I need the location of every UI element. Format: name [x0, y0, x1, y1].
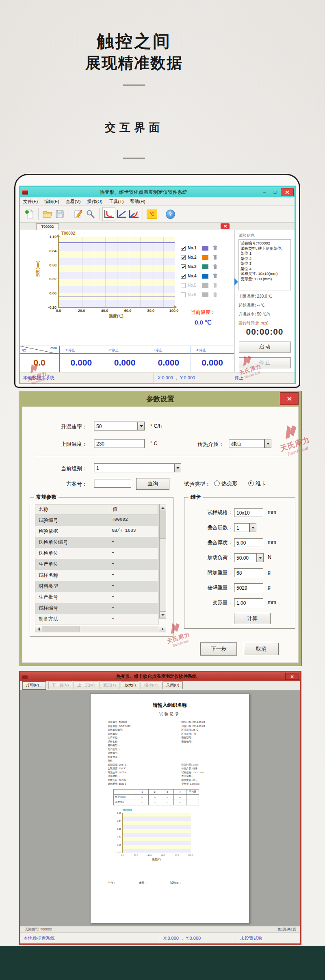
trash-icon[interactable] [213, 273, 217, 279]
start-button[interactable]: 启 动 [239, 342, 291, 353]
signature-label: 主任： [108, 881, 116, 885]
test-type-vicat-option[interactable]: 维卡 [248, 480, 266, 487]
chevron-down-icon[interactable] [264, 439, 271, 448]
query-button[interactable]: 查询 [136, 478, 169, 490]
scroll-left-icon[interactable] [35, 626, 42, 632]
limit-temp-input[interactable]: 230 [94, 439, 145, 448]
line-curve-view-button[interactable] [115, 208, 128, 221]
save-button[interactable] [54, 208, 66, 221]
close-button[interactable] [285, 673, 299, 680]
heat-rate-input[interactable]: 50 [94, 422, 138, 431]
result-cell: 形变(mm) [114, 794, 136, 800]
channel-6-checkbox[interactable] [181, 292, 186, 297]
group-select[interactable]: 1 [94, 463, 174, 472]
report-title: 试验记录 [91, 712, 249, 717]
hero-title-line2: 展现精准数据 [0, 53, 268, 74]
y-axis-arrow [56, 234, 60, 237]
report-field-left: 试样编号: - [108, 751, 181, 755]
table-row[interactable]: 材料类型 – [35, 581, 158, 592]
chevron-down-icon[interactable] [257, 553, 264, 562]
table-row[interactable]: 试样编号 – [35, 603, 158, 614]
close-preview-button[interactable]: 关闭(C) [162, 681, 183, 689]
menu-view[interactable]: 查看(V) [66, 199, 81, 205]
zoom-in-button[interactable]: 放大(I) [121, 681, 139, 689]
table-row[interactable]: 制备方法 – [35, 614, 158, 625]
open-button[interactable] [41, 208, 54, 221]
deformation-input[interactable]: 1.00 [234, 598, 263, 607]
tab-close-button[interactable] [221, 223, 230, 229]
next-page-button[interactable]: 下一页(N) [48, 681, 73, 689]
search-button[interactable] [84, 208, 96, 221]
channel-4-checkbox[interactable] [181, 274, 186, 279]
layer-thickness-input[interactable]: 5.00 [234, 538, 263, 547]
vicat-curve-view-button[interactable] [102, 207, 115, 221]
extra-weight-input[interactable]: 68 [234, 568, 263, 577]
trash-icon[interactable] [213, 283, 217, 288]
medium-select[interactable]: 硅油 [229, 439, 264, 448]
column-header-3: 3:停止 [147, 346, 191, 354]
trash-icon[interactable] [213, 245, 217, 251]
y-tick-label: 0.32 [117, 835, 121, 838]
channel-5-checkbox[interactable] [181, 283, 186, 288]
menu-help[interactable]: 帮助(H) [130, 199, 145, 205]
weight-input[interactable]: 5029 [234, 583, 263, 592]
table-row[interactable]: 检验依据 GB/T 1633 [35, 526, 158, 537]
load-select[interactable]: 50.00 [234, 553, 257, 562]
close-button[interactable] [280, 392, 299, 405]
table-row[interactable]: 生产批号 – [35, 592, 158, 603]
report-field-row: 升温速率: 50 ℃/h 试样规格: 10x10 mm [108, 771, 239, 775]
vertical-scrollbar[interactable] [159, 504, 166, 619]
horizontal-scrollbar[interactable] [35, 626, 166, 632]
table-row[interactable]: 送检单位编号 – [35, 537, 158, 548]
collapse-arrow-icon[interactable] [234, 278, 238, 286]
menu-operate[interactable]: 操作(O) [87, 199, 102, 205]
scrollbar-thumb[interactable] [42, 626, 80, 632]
channel-1-checkbox[interactable] [181, 246, 186, 251]
channel-3-checkbox[interactable] [181, 264, 186, 269]
channel-row-3: No.3 [181, 262, 232, 271]
test-type-thermal-option[interactable]: 热变形 [214, 480, 237, 487]
trash-icon[interactable] [213, 292, 217, 297]
next-button[interactable]: 下一步 [200, 643, 237, 655]
report-field-row: 加载负荷: 50.3 N 附加重量: 68 g [108, 779, 239, 783]
table-row[interactable]: 生产单位 – [35, 559, 158, 570]
menu-edit[interactable]: 编辑(E) [44, 199, 59, 205]
edit-button[interactable] [72, 208, 84, 221]
print-button[interactable]: 打印(P)... [22, 681, 46, 689]
menu-tools[interactable]: 工具(T) [109, 199, 124, 205]
calculate-button[interactable]: 计算 [234, 613, 271, 624]
trash-icon[interactable] [213, 255, 217, 260]
specimen-size-input[interactable]: 10x10 [234, 508, 263, 517]
help-button[interactable]: ? [164, 208, 176, 221]
table-row[interactable]: 送检单位 – [35, 548, 158, 559]
param-name: 生产批号 [35, 592, 109, 603]
combined-curve-view-button[interactable] [128, 208, 140, 221]
temperature-button[interactable]: °C [146, 208, 158, 221]
scroll-right-icon[interactable] [159, 626, 166, 632]
trash-icon[interactable] [213, 264, 217, 269]
two-page-button[interactable]: 双页(T) [100, 681, 119, 689]
scroll-down-icon[interactable] [160, 611, 166, 618]
close-button[interactable] [281, 188, 294, 196]
maximize-button[interactable]: □ [270, 188, 280, 196]
tab-t00002[interactable]: T00002 [36, 223, 59, 230]
new-test-button[interactable] [23, 208, 35, 221]
menu-file[interactable]: 文件(F) [23, 199, 38, 205]
chevron-down-icon[interactable] [249, 523, 256, 532]
table-row[interactable]: 试样名称 – [35, 570, 158, 581]
chevron-down-icon[interactable] [174, 463, 181, 472]
scrollbar-thumb[interactable] [160, 511, 166, 539]
chevron-down-icon[interactable] [138, 422, 145, 431]
param-value: – [109, 570, 158, 581]
x-tick-label: 0.0 [119, 854, 126, 857]
minimize-button[interactable]: – [260, 188, 269, 196]
layer-count-select[interactable]: 1 [234, 523, 249, 532]
plan-input[interactable] [94, 479, 131, 488]
stop-button[interactable]: 停 止 [239, 357, 291, 368]
table-row[interactable]: 试验编号 T00002 [35, 515, 158, 526]
zoom-out-button[interactable]: 缩小(O) [141, 681, 161, 689]
channel-2-checkbox[interactable] [181, 255, 186, 260]
cancel-button[interactable]: 取消 [244, 643, 279, 655]
scroll-up-icon[interactable] [160, 504, 166, 511]
prev-page-button[interactable]: 上一页(M) [74, 681, 98, 689]
